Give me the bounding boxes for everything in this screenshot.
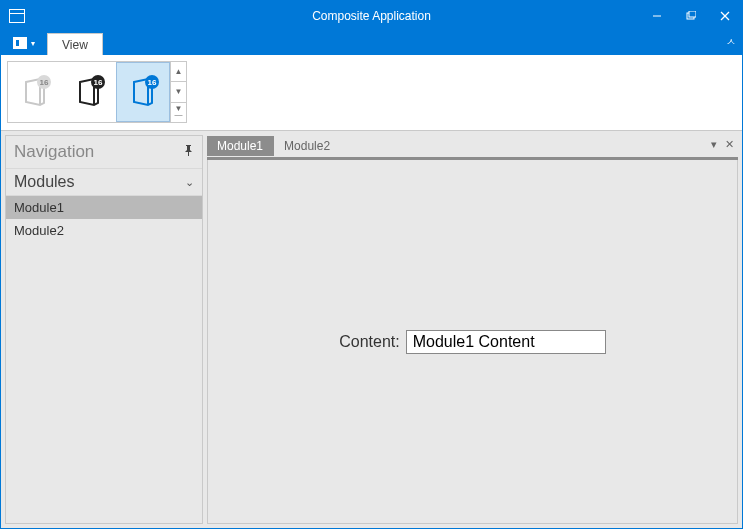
doc-tab-module1[interactable]: Module1 [207, 136, 274, 156]
office-icon: 16 [18, 75, 52, 109]
restore-button[interactable] [674, 1, 708, 31]
svg-text:16: 16 [94, 78, 103, 87]
nav-item-module1[interactable]: Module1 [6, 196, 202, 219]
client-area: Navigation Modules ⌄ Module1 Module2 Mod… [1, 131, 742, 528]
svg-text:16: 16 [40, 78, 49, 87]
ribbon-content: 16 16 16 ▲ ▼ [1, 55, 742, 131]
theme-gallery-item-colorful[interactable]: 16 [116, 62, 170, 122]
close-button[interactable] [708, 1, 742, 31]
app-icon [9, 9, 25, 23]
tab-view[interactable]: View [47, 33, 103, 55]
navigation-panel: Navigation Modules ⌄ Module1 Module2 [5, 135, 203, 524]
application-menu-button[interactable]: ▾ [7, 31, 41, 55]
content-input[interactable] [406, 330, 606, 354]
modules-group-header[interactable]: Modules ⌄ [6, 168, 202, 196]
gallery-scroll-down-button[interactable]: ▼ [171, 82, 186, 102]
document-area: Module1 Module2 ▾ ✕ Content: [207, 135, 738, 524]
ribbon-collapse-button[interactable]: ㅅ [726, 35, 736, 49]
chevron-down-icon: ▾ [31, 39, 35, 48]
document-body: Content: [207, 160, 738, 524]
tab-dropdown-button[interactable]: ▾ [711, 138, 717, 151]
svg-rect-2 [689, 11, 696, 17]
office-icon: 16 [72, 75, 106, 109]
application-menu-icon [13, 37, 27, 49]
gallery-dropdown-button[interactable]: ▼― [171, 103, 186, 122]
doc-tab-module2[interactable]: Module2 [274, 136, 341, 156]
window-title: Composite Application [1, 9, 742, 23]
tab-close-button[interactable]: ✕ [725, 138, 734, 151]
title-bar: Composite Application [1, 1, 742, 31]
office-icon: 16 [126, 75, 160, 109]
minimize-button[interactable] [640, 1, 674, 31]
modules-group-label: Modules [14, 173, 74, 191]
nav-item-module2[interactable]: Module2 [6, 219, 202, 242]
theme-gallery: 16 16 16 ▲ ▼ [7, 61, 187, 123]
chevron-down-icon: ⌄ [185, 176, 194, 189]
gallery-scroll-up-button[interactable]: ▲ [171, 62, 186, 82]
svg-text:16: 16 [148, 78, 157, 87]
modules-list: Module1 Module2 [6, 196, 202, 523]
document-tabs: Module1 Module2 ▾ ✕ [207, 135, 738, 157]
content-label: Content: [339, 333, 399, 351]
ribbon-strip: ▾ View ㅅ [1, 31, 742, 55]
theme-gallery-item-dark[interactable]: 16 [62, 62, 116, 122]
pin-icon[interactable] [183, 145, 194, 159]
navigation-title: Navigation [14, 142, 94, 162]
theme-gallery-item-light[interactable]: 16 [8, 62, 62, 122]
